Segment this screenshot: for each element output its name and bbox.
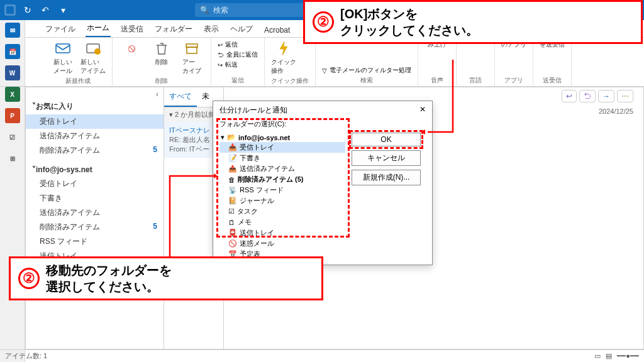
dialog-close-button[interactable]: ✕ — [419, 105, 426, 116]
trash-icon — [153, 40, 170, 57]
tree-outbox[interactable]: 📮送信トレイ — [219, 228, 345, 238]
undo-icon[interactable]: ↶ — [39, 4, 52, 16]
reply-icon: ↩ — [218, 41, 223, 48]
journal-icon: 📔 — [228, 197, 237, 205]
account-header[interactable]: ˅info@jo-sys.net — [26, 163, 164, 177]
rail-more-icon[interactable]: ⊞ — [5, 151, 20, 166]
tree-tasks[interactable]: ☑タスク — [219, 206, 345, 217]
dropdown-icon[interactable]: ▾ — [57, 4, 69, 16]
lightning-icon — [275, 40, 292, 57]
sent-icon: 📤 — [228, 165, 237, 173]
sync-icon[interactable]: ↻ — [21, 4, 34, 16]
tab-view[interactable]: 表示 — [203, 21, 220, 37]
zoom-slider[interactable]: ━━●━━ — [617, 352, 639, 360]
outlook-icon — [4, 4, 16, 16]
account-icon: 📂 — [227, 133, 236, 141]
ribbon-group-delete: 削除 — [119, 75, 204, 85]
tab-help[interactable]: ヘルプ — [229, 21, 254, 37]
quick-steps-button[interactable]: クイック 操作 — [271, 40, 296, 75]
archive-icon — [184, 40, 200, 57]
cancel-button[interactable]: キャンセル — [352, 150, 421, 166]
ribbon-group-new: 新規作成 — [50, 75, 106, 85]
tree-rss[interactable]: 📡RSS フィード — [219, 185, 345, 195]
inbox-icon: 📥 — [228, 143, 237, 151]
reply-group: ↩返信 ⮌全員に返信 ↪転送 — [218, 40, 258, 69]
annotation-number-icon: ② — [313, 11, 334, 33]
ribbon-group-sendrecv: 送受信 — [540, 75, 565, 85]
ribbon-group-lang: 言語 — [463, 75, 488, 85]
search-placeholder: 検索 — [213, 5, 228, 16]
tree-notes[interactable]: 🗒メモ — [219, 217, 345, 228]
outbox-icon: 📮 — [228, 229, 237, 237]
rail-todo-icon[interactable]: ☑ — [5, 129, 20, 145]
tasks-icon: ☑ — [228, 207, 235, 216]
tab-acrobat[interactable]: Acrobat — [263, 23, 291, 37]
tree-inbox[interactable]: 📥受信トレイ — [219, 142, 345, 153]
folder-sent[interactable]: 送信済みアイテム — [26, 206, 164, 220]
archive-button[interactable]: アー カイブ — [179, 40, 204, 75]
ribbon-group-reply: 返信 — [218, 75, 258, 85]
tree-sent[interactable]: 📤送信済みアイテム — [219, 163, 345, 174]
tab-sendreceive[interactable]: 送受信 — [119, 21, 145, 37]
rail-powerpoint-icon[interactable]: P — [5, 108, 20, 123]
folder-tree[interactable]: ▾📂info@jo-sys.net 📥受信トレイ 📝下書き 📤送信済みアイテム … — [219, 133, 345, 258]
annotation-top: ② [OK]ボタンを クリックしてください。 — [303, 0, 643, 44]
collapse-folder-pane[interactable]: ‹ — [26, 90, 164, 99]
delete-button[interactable]: 削除 — [149, 40, 174, 67]
status-bar: アイテム数: 1 ▭ ▤ ━━●━━ — [0, 349, 644, 362]
forward-icon: ↪ — [218, 62, 223, 69]
junk-button[interactable]: 🚫 — [119, 40, 144, 57]
ribbon-group-apps: アプリ — [501, 75, 526, 85]
ribbon-group-search: 検索 — [322, 75, 411, 85]
tree-deleted[interactable]: 🗑削除済みアイテム (5) — [219, 174, 345, 185]
folder-rss[interactable]: RSS フィード — [26, 234, 164, 249]
tab-all-messages[interactable]: すべて — [164, 87, 197, 107]
folder-deleted[interactable]: 削除済みアイテム5 — [26, 220, 164, 234]
fav-inbox[interactable]: 受信トレイ — [26, 114, 164, 129]
filter-email-button[interactable]: ▽電子メールのフィルター処理 — [322, 66, 411, 75]
folder-select-dialog: 仕分けルールと通知✕ フォルダーの選択(C): ▾📂info@jo-sys.ne… — [213, 101, 433, 265]
fav-sent[interactable]: 送信済みアイテム — [26, 129, 164, 143]
rail-mail-icon[interactable]: ✉ — [5, 23, 20, 38]
more-actions-button[interactable]: ⋯ — [617, 90, 633, 102]
chevron-down-icon[interactable]: ▾ — [221, 133, 225, 141]
forward-button[interactable]: ↪転送 — [218, 60, 258, 69]
rail-excel-icon[interactable]: X — [5, 87, 20, 102]
tree-drafts[interactable]: 📝下書き — [219, 153, 345, 163]
favorites-header[interactable]: ˅お気に入り — [26, 99, 164, 114]
fav-deleted[interactable]: 削除済みアイテム5 — [26, 143, 164, 158]
folder-drafts[interactable]: 下書き — [26, 191, 164, 206]
view-reading-icon[interactable]: ▤ — [606, 352, 612, 360]
rss-icon: 📡 — [228, 186, 237, 194]
tab-file[interactable]: ファイル — [44, 21, 77, 37]
new-folder-button[interactable]: 新規作成(N)... — [352, 170, 421, 185]
reply-all-quick-button[interactable]: ⮌ — [579, 90, 596, 102]
annotation-number-icon: ② — [18, 268, 40, 289]
tree-journal[interactable]: 📔ジャーナル — [219, 195, 345, 206]
reply-all-button[interactable]: ⮌全員に返信 — [218, 50, 258, 59]
reply-all-icon: ⮌ — [218, 52, 224, 58]
tab-unread-messages[interactable]: 未 — [197, 87, 214, 107]
dialog-title: 仕分けルールと通知 — [219, 105, 287, 116]
status-item-count: アイテム数: 1 — [5, 351, 47, 361]
search-icon: 🔍 — [200, 6, 209, 14]
dialog-label: フォルダーの選択(C): — [213, 119, 432, 129]
funnel-icon: ▽ — [322, 67, 327, 74]
tab-home[interactable]: ホーム — [86, 20, 111, 37]
ok-button[interactable]: OK — [352, 133, 421, 146]
reply-quick-button[interactable]: ↩ — [562, 90, 577, 102]
tab-folder[interactable]: フォルダー — [153, 21, 194, 37]
folder-pane: ‹ ˅お気に入り 受信トレイ 送信済みアイテム 削除済みアイテム5 ˅info@… — [26, 87, 164, 349]
message-date: 2024/12/25 — [599, 107, 633, 115]
new-item-button[interactable]: 新しい アイテム — [80, 40, 106, 75]
folder-inbox[interactable]: 受信トレイ — [26, 177, 164, 191]
new-mail-button[interactable]: 新しい メール — [50, 40, 75, 75]
ribbon-group-quick: クイック操作 — [271, 75, 309, 85]
tree-junk[interactable]: 🚫迷惑メール — [219, 238, 345, 249]
notes-icon: 🗒 — [228, 219, 235, 226]
reply-button[interactable]: ↩返信 — [218, 40, 258, 49]
view-normal-icon[interactable]: ▭ — [594, 352, 601, 360]
svg-rect-1 — [6, 6, 14, 14]
forward-quick-button[interactable]: → — [598, 90, 614, 102]
junk-icon: 🚫 — [123, 40, 140, 57]
